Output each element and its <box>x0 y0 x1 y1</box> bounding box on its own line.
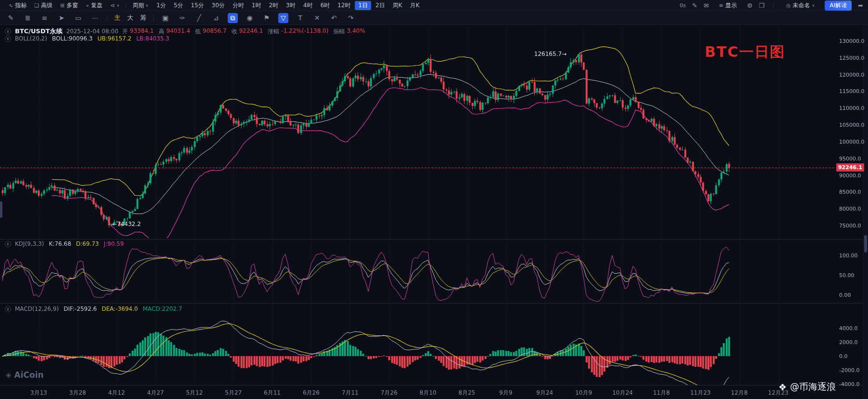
avatar-icon: ◎ <box>786 2 791 9</box>
voice-broadcast[interactable]: ⊲ ∨ <box>106 2 123 9</box>
x-axis-tick: 4月12 <box>108 389 125 397</box>
timeframe-2日[interactable]: 2日 <box>372 1 389 10</box>
quick-draw-icon[interactable]: ✎ <box>692 2 698 9</box>
delete-drawings-icon[interactable]: ✕ <box>312 13 322 23</box>
y-axis-tick: -4000.0 <box>839 381 859 387</box>
x-axis-tick: 10月9 <box>575 389 592 397</box>
field-label: 收 <box>232 27 237 36</box>
timeframe-3时[interactable]: 3时 <box>283 1 299 10</box>
share-icon[interactable]: ➦ <box>858 2 863 9</box>
profile-name: 未命名 <box>792 1 810 10</box>
fullscreen-icon[interactable]: ❒ <box>759 2 764 9</box>
divider <box>773 2 774 8</box>
edit-tool-icon[interactable]: ✎ <box>6 13 16 23</box>
draw-rect-icon[interactable]: ▣ <box>160 13 170 23</box>
timeframe-1时[interactable]: 1时 <box>248 1 265 10</box>
y-axis-tick: 95000.0 <box>839 156 861 162</box>
timeframe-2时[interactable]: 2时 <box>265 1 282 10</box>
indicator-panel-icon[interactable]: ≣ <box>23 13 33 23</box>
timeframe-1分[interactable]: 1分 <box>153 1 169 10</box>
field-开: 开93384.1 <box>122 27 154 36</box>
timeframe-4时[interactable]: 4时 <box>300 1 316 10</box>
timeframe-月K[interactable]: 月K <box>406 1 423 10</box>
menu-advanced[interactable]: ❏高级 <box>30 1 56 10</box>
mode-button-主[interactable]: 主 <box>114 13 120 22</box>
menu-multi-window[interactable]: ⊞多窗 <box>56 1 82 10</box>
message-icon[interactable]: ✉ <box>703 2 709 9</box>
menu-indicators[interactable]: ∿指标 <box>5 1 30 10</box>
undo-icon[interactable]: ↶ <box>329 13 339 23</box>
collapse-icon[interactable]: ∨ <box>5 36 11 42</box>
text-tool-icon[interactable]: T <box>295 13 305 23</box>
ai-analysis-button[interactable]: AI解读 <box>825 0 852 11</box>
chart-tools-group: ✎≣≡➤▭⋯ <box>6 13 100 23</box>
boll-boll-value: BOLL:90096.3 <box>52 35 93 42</box>
macd-dif-value: DIF:-2592.6 <box>64 306 97 312</box>
boll-lb-value: LB:84035.3 <box>136 35 169 42</box>
divider <box>107 14 107 21</box>
screenshot-icon[interactable]: ⧉ <box>228 13 238 23</box>
x-axis-tick: 3月13 <box>30 389 47 397</box>
left-panel-handle[interactable] <box>0 201 2 218</box>
redo-icon[interactable]: ↷ <box>346 13 356 23</box>
collapse-icon[interactable]: ∨ <box>5 306 11 312</box>
timeframe-6时[interactable]: 6时 <box>317 1 333 10</box>
magnet-icon[interactable]: ◉ <box>245 13 255 23</box>
x-axis-tick: 9月9 <box>499 389 512 397</box>
timeframe-30分[interactable]: 30分 <box>208 1 228 10</box>
timeframe-15分[interactable]: 15分 <box>187 1 207 10</box>
x-axis-tick: 11月8 <box>653 389 670 397</box>
draw-line-icon[interactable]: ╱ <box>194 13 204 23</box>
filter-funnel-icon[interactable]: ▽ <box>278 13 288 23</box>
timeframe-周K[interactable]: 周K <box>389 1 406 10</box>
timeframe-tabs: 1分5分15分30分分时1时2时3时4时6时12时1日2日周K月K <box>153 1 423 10</box>
divider <box>153 14 154 21</box>
watermark-icon: ❖ <box>778 382 787 392</box>
timeframe-12时[interactable]: 12时 <box>334 1 354 10</box>
menu-replay[interactable]: «复盘 <box>82 1 106 10</box>
x-axis-tick: 7月26 <box>381 389 398 397</box>
replay-icon: « <box>86 2 89 9</box>
flag-marker-icon[interactable]: ⚑ <box>261 13 272 23</box>
template-panel-icon[interactable]: ≡ <box>39 13 50 23</box>
draw-brush-icon[interactable]: ✑ <box>177 13 187 23</box>
time-axis[interactable]: 3月133月284月124月275月125月276月116月267月117月26… <box>0 386 836 399</box>
macd-params: MACD(12,26,9) <box>15 306 59 312</box>
collapse-icon[interactable]: ∨ <box>5 28 11 35</box>
field-振幅: 振幅3.40% <box>333 27 365 36</box>
field-涨幅: 涨幅-1.22%(-1138.0) <box>268 27 328 36</box>
collapse-icon[interactable]: ∨ <box>5 241 11 247</box>
y-axis-tick: 0.0 <box>839 353 848 359</box>
display-settings[interactable]: ≡ 显示 <box>715 1 740 10</box>
draw-measure-icon[interactable]: ⊿ <box>211 13 221 23</box>
y-axis-tick: 105000.0 <box>839 122 865 128</box>
mode-button-筹[interactable]: 筹 <box>140 13 146 22</box>
x-axis-tick: 11月23 <box>690 389 711 397</box>
rectangle-tool-icon[interactable]: ▭ <box>73 13 83 23</box>
timeframe-5分[interactable]: 5分 <box>170 1 187 10</box>
field-label: 高 <box>158 27 164 36</box>
price-axis[interactable]: 130000.0125000.0120000.0115000.0110000.0… <box>836 25 864 386</box>
y-axis-tick: 80000.0 <box>839 206 861 212</box>
price-chart-canvas[interactable] <box>0 25 868 399</box>
x-axis-tick: 8月25 <box>458 389 475 397</box>
right-panel-handle[interactable] <box>864 235 867 253</box>
menu-label: 复盘 <box>91 1 103 10</box>
y-axis-tick: 4000.0 <box>839 325 858 332</box>
chart-title-overlay: BTC一日图 <box>705 42 785 62</box>
y-axis-tick: 75000.0 <box>839 223 861 229</box>
y-axis-tick: 90000.0 <box>839 173 861 179</box>
settings-gear-icon[interactable]: ⚙ <box>747 2 753 9</box>
drawing-toolbar: ✎≣≡➤▭⋯ 主大筹 ▣✑╱⊿⧉◉⚑▽T✕↶↷ <box>0 11 868 25</box>
chevron-down-icon: ∨ <box>117 3 119 8</box>
profile-menu[interactable]: ◎ 未命名 ∨ <box>782 1 818 10</box>
timeframe-1日[interactable]: 1日 <box>355 1 371 10</box>
pointer-tool-icon[interactable]: ➤ <box>56 13 66 23</box>
macd-indicator-row: ∨MACD(12,26,9)DIF:-2592.6DEA:-3694.0MACD… <box>5 306 182 312</box>
period-dropdown[interactable]: 周期 ∨ <box>129 1 152 10</box>
field-value: 94031.4 <box>166 27 190 36</box>
mode-button-大[interactable]: 大 <box>127 13 133 22</box>
timeframe-分时[interactable]: 分时 <box>229 1 247 10</box>
more-tools-icon[interactable]: ⋯ <box>90 13 100 23</box>
multi-window-icon: ⊞ <box>60 2 65 9</box>
